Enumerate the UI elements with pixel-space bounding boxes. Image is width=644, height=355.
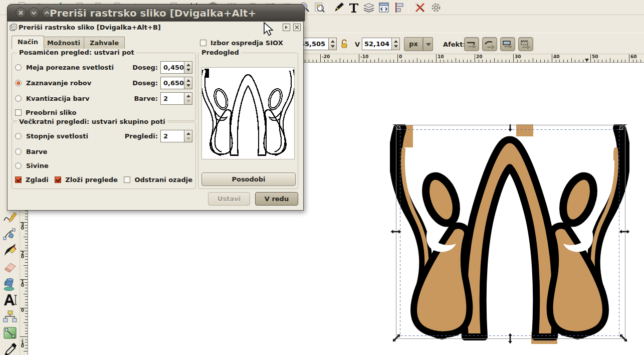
ruler-tick xyxy=(432,60,433,62)
tab-zahvale[interactable]: Zahvale xyxy=(84,37,125,49)
connector-tool[interactable] xyxy=(3,309,18,324)
brightness-threshold-spinner[interactable] xyxy=(184,61,192,74)
scans-count-spinner[interactable] xyxy=(184,130,192,142)
ruler-tick xyxy=(575,60,575,62)
ruler-label: 20 xyxy=(21,252,25,259)
pencil-tool[interactable] xyxy=(3,210,18,225)
colors-scan-label: Barve xyxy=(26,148,47,155)
dialog-header: Preriši rastrsko sliko [Dvigalka+Alt+B] xyxy=(8,22,303,34)
ruler-tick xyxy=(332,60,332,62)
layers-icon[interactable] xyxy=(363,2,375,14)
edge-detection-radio[interactable] xyxy=(15,80,22,86)
height-spinner[interactable] xyxy=(392,38,400,50)
ruler-tick xyxy=(586,60,587,62)
stack-scans-checkbox[interactable] xyxy=(55,176,61,183)
ruler-tick xyxy=(343,60,344,62)
ruler-tick xyxy=(25,339,28,340)
zoom-page-icon[interactable] xyxy=(314,2,326,14)
ruler-label: 0 xyxy=(21,309,25,312)
affect-stroke-icon[interactable] xyxy=(464,37,479,51)
ruler-tick xyxy=(393,60,394,62)
ruler-tick xyxy=(636,60,637,62)
invert-image-checkbox[interactable] xyxy=(15,109,22,116)
brightness-cutoff-row: Meja porezane svetlosti Doseg: 0,450 xyxy=(15,60,192,75)
color-quantization-radio[interactable] xyxy=(15,95,22,102)
ruler-tick xyxy=(25,248,28,248)
tab-nacin[interactable]: Način xyxy=(12,36,44,49)
window-title: Preriši rastrsko sliko [Dvigalka+Alt+ xyxy=(50,7,302,19)
colors-count-spinner[interactable] xyxy=(184,92,192,105)
width-spinner[interactable] xyxy=(329,38,337,50)
dialog-float-button[interactable] xyxy=(283,24,290,31)
ruler-tick xyxy=(309,60,309,62)
unit-select[interactable]: px xyxy=(404,37,423,51)
ruler-tick xyxy=(25,282,28,283)
ruler-tick xyxy=(482,60,483,62)
pen-edit-icon[interactable] xyxy=(333,2,345,14)
ruler-tick xyxy=(24,265,28,266)
traced-figure-selection[interactable] xyxy=(390,124,629,344)
stop-button[interactable]: Ustavi xyxy=(208,192,250,206)
ruler-tick xyxy=(305,60,305,62)
brightness-cutoff-radio[interactable] xyxy=(15,64,22,71)
ok-button[interactable]: V redu xyxy=(255,192,298,206)
smooth-checkbox[interactable] xyxy=(15,176,22,183)
window-shade-button[interactable] xyxy=(29,8,39,18)
ruler-tick xyxy=(471,60,471,62)
unit-select-arrow[interactable] xyxy=(423,37,433,51)
handle-middle-right[interactable] xyxy=(619,230,629,234)
dialog-window-titlebar[interactable]: Preriši rastrsko sliko [Dvigalka+Alt+ xyxy=(7,4,305,21)
scans-count-field[interactable]: 2 xyxy=(160,130,184,142)
grays-scan-radio[interactable] xyxy=(15,162,22,169)
affect-pattern-icon[interactable] xyxy=(518,37,533,51)
traced-figure[interactable] xyxy=(395,128,624,337)
ruler-tick xyxy=(363,60,363,62)
update-button[interactable]: Posodobi xyxy=(201,172,296,186)
ruler-tick xyxy=(25,234,28,234)
lock-ratio-icon[interactable] xyxy=(340,39,348,49)
ruler-tick xyxy=(552,54,552,62)
tab-moznosti[interactable]: Možnosti xyxy=(41,37,86,49)
tools-icon[interactable] xyxy=(414,2,426,14)
height-field[interactable]: 52,104 xyxy=(362,38,392,50)
text-tool[interactable] xyxy=(3,292,18,307)
ruler-tick xyxy=(456,58,456,62)
dropper-tool[interactable] xyxy=(3,342,18,355)
brightness-steps-radio[interactable] xyxy=(15,133,22,139)
ruler-tick xyxy=(25,259,28,260)
affect-corners-icon[interactable] xyxy=(482,37,497,51)
paint-bucket-tool[interactable] xyxy=(3,276,18,291)
ruler-label: 0 xyxy=(399,54,402,59)
color-quantization-label: Kvantizacija barv xyxy=(26,95,89,102)
siox-checkbox[interactable] xyxy=(200,40,206,46)
handle-bottom-right[interactable] xyxy=(618,332,629,343)
ruler-tick xyxy=(583,60,583,62)
window-close-button[interactable] xyxy=(16,8,26,18)
gradient-tool[interactable] xyxy=(3,325,18,340)
colors-scan-row: Barve xyxy=(15,144,192,158)
ruler-tick xyxy=(370,60,371,62)
colors-scan-radio[interactable] xyxy=(15,148,22,155)
handle-top-middle[interactable] xyxy=(508,124,513,132)
ruler-tick xyxy=(25,276,28,277)
brightness-threshold-field[interactable]: 0,450 xyxy=(160,61,184,74)
preferences-gear-icon[interactable] xyxy=(430,2,442,14)
align-icon[interactable] xyxy=(393,2,405,14)
toolbar-separator xyxy=(327,3,327,13)
ruler-label: 40 xyxy=(553,54,560,59)
xml-editor-icon[interactable] xyxy=(378,2,390,14)
remove-background-checkbox[interactable] xyxy=(124,176,130,183)
bezier-pen-tool[interactable] xyxy=(3,226,18,241)
affect-gradient-icon[interactable] xyxy=(500,37,515,51)
edge-threshold-field[interactable]: 0,650 xyxy=(160,77,184,89)
text-icon[interactable] xyxy=(348,2,360,14)
edge-threshold-spinner[interactable] xyxy=(184,77,192,89)
colors-count-field[interactable]: 2 xyxy=(160,92,184,105)
ruler-tick xyxy=(24,294,28,294)
ruler-tick xyxy=(621,60,622,62)
ruler-tick xyxy=(479,60,479,62)
eraser-tool[interactable] xyxy=(3,259,18,274)
dialog-close-button[interactable] xyxy=(293,24,301,31)
calligraphy-tool[interactable] xyxy=(3,243,18,258)
multi-scan-group: Večkratni pregledi: ustvari skupino poti… xyxy=(12,122,196,189)
